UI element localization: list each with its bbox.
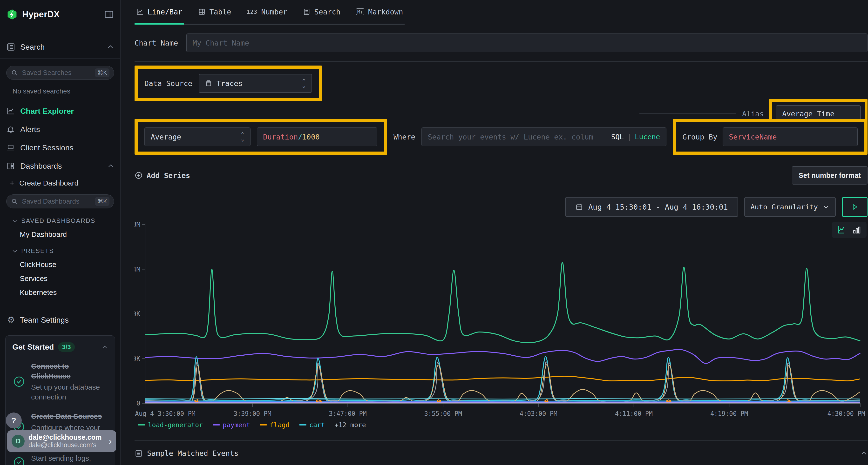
plus-circle-icon: [134, 171, 143, 179]
tab-line-bar[interactable]: Line/Bar: [136, 0, 183, 24]
set-number-format-button[interactable]: Set number format: [792, 166, 868, 185]
saved-dashboards-group[interactable]: SAVED DASHBOARDS: [11, 217, 114, 225]
field-expression-input[interactable]: Duration/1000: [257, 128, 377, 146]
chart-type-tabs: Line/Bar Table 123 Number Search: [134, 0, 405, 25]
sidebar-item-alerts[interactable]: Alerts: [6, 121, 114, 138]
svg-text:1.4M: 1.4M: [134, 266, 140, 273]
sample-events-title: Sample Matched Events: [147, 449, 239, 458]
where-input[interactable]: [428, 133, 593, 141]
svg-text:900K: 900K: [134, 310, 141, 318]
legend-more-link[interactable]: +12 more: [335, 421, 366, 429]
number-123-icon: 123: [247, 9, 257, 15]
team-settings-label: Team Settings: [20, 315, 69, 325]
svg-text:3:55:00 PM: 3:55:00 PM: [424, 410, 462, 417]
aggregation-highlight: Average ⌃⌃ Duration/1000: [134, 119, 387, 155]
sidebar-item-chart-explorer[interactable]: Chart Explorer: [6, 102, 114, 120]
create-dashboard-button[interactable]: Create Dashboard: [9, 179, 114, 187]
legend-item[interactable]: payment: [213, 421, 250, 429]
create-dashboard-label: Create Dashboard: [19, 179, 79, 187]
user-email: dale@clickhouse.com: [28, 433, 105, 441]
collapse-sidebar-icon[interactable]: [104, 9, 114, 20]
laptop-icon: [6, 143, 15, 152]
sidebar-item-label: Alerts: [20, 125, 40, 134]
avatar: D: [11, 435, 25, 447]
date-range-picker[interactable]: Aug 4 15:30:01 - Aug 4 16:30:01: [565, 197, 738, 217]
chevron-down-icon: [823, 204, 830, 210]
chevron-up-icon[interactable]: [107, 43, 114, 51]
legend-item[interactable]: load-generator: [138, 421, 203, 429]
chart-name-field[interactable]: [186, 33, 868, 52]
aggregation-select[interactable]: Average ⌃⌃: [145, 128, 250, 146]
legend-item[interactable]: cart: [299, 421, 325, 429]
lucene-toggle[interactable]: Lucene: [635, 133, 660, 141]
chart-name-input[interactable]: [193, 39, 861, 47]
table-icon: [198, 8, 206, 16]
no-saved-searches-text: No saved searches: [12, 88, 114, 95]
svg-text:4:19:00 PM: 4:19:00 PM: [710, 410, 748, 417]
add-series-button[interactable]: Add Series: [134, 171, 190, 180]
chart-display-toggle: [832, 222, 867, 238]
chevron-down-icon: [11, 248, 18, 254]
team-settings-button[interactable]: ⚙ Team Settings: [7, 315, 114, 325]
timeseries-chart[interactable]: 0450K900K1.4M1.8MAug 4 3:30:00 PM3:39:00…: [134, 220, 868, 430]
help-button[interactable]: ?: [6, 412, 22, 428]
svg-text:4:30:00 PM: 4:30:00 PM: [827, 410, 865, 417]
sidebar-item-label: Dashboards: [20, 162, 62, 171]
group-by-highlight: Group By ServiceName: [673, 119, 868, 155]
presets-group[interactable]: PRESETS: [11, 247, 114, 255]
group-by-field[interactable]: ServiceName: [723, 128, 858, 146]
svg-text:4:03:00 PM: 4:03:00 PM: [520, 410, 557, 417]
gear-icon: ⚙: [7, 315, 15, 325]
legend-item[interactable]: flagd: [260, 421, 289, 429]
where-label: Where: [394, 133, 415, 141]
tab-number[interactable]: 123 Number: [247, 0, 287, 24]
check-circle-icon: [12, 361, 26, 402]
chevron-up-icon[interactable]: [107, 163, 114, 169]
sidebar-item-my-dashboard[interactable]: My Dashboard: [20, 230, 114, 238]
saved-dashboards-input[interactable]: Saved Dashboards ⌘K: [6, 194, 114, 208]
svg-text:3:39:00 PM: 3:39:00 PM: [234, 410, 272, 417]
sidebar-item-dashboards[interactable]: Dashboards: [6, 157, 114, 175]
tab-markdown[interactable]: M↓ Markdown: [356, 0, 403, 24]
collapse-section-icon[interactable]: [860, 450, 868, 457]
chart-legend: load-generatorpaymentflagdcart+12 more: [134, 421, 868, 429]
sidebar-item-services[interactable]: Services: [20, 274, 114, 283]
sidebar-item-clickhouse[interactable]: ClickHouse: [20, 261, 114, 269]
search-section-icon: [6, 42, 16, 52]
svg-text:0: 0: [136, 399, 140, 407]
saved-dashboards-placeholder: Saved Dashboards: [22, 198, 91, 205]
data-source-value: Traces: [217, 79, 243, 88]
data-source-label: Data Source: [145, 79, 192, 88]
user-menu[interactable]: D dale@clickhouse.com dale@clickhouse.co…: [7, 430, 116, 452]
alias-divider: [640, 113, 736, 114]
granularity-select[interactable]: Auto Granularity: [744, 197, 836, 217]
svg-text:1.8M: 1.8M: [134, 221, 140, 228]
chart-canvas[interactable]: 0450K900K1.4M1.8MAug 4 3:30:00 PM3:39:00…: [134, 220, 868, 421]
sidebar-item-kubernetes[interactable]: Kubernetes: [20, 289, 114, 297]
saved-searches-input[interactable]: Saved Searches ⌘K: [6, 66, 114, 80]
line-view-icon[interactable]: [837, 225, 846, 235]
get-started-title: Get Started: [12, 343, 54, 352]
chevron-up-icon[interactable]: [101, 344, 108, 351]
check-circle-icon: [12, 452, 26, 465]
sidebar-item-client-sessions[interactable]: Client Sessions: [6, 139, 114, 156]
date-range-value: Aug 4 15:30:01 - Aug 4 16:30:01: [588, 203, 728, 211]
alias-input[interactable]: [782, 110, 855, 118]
sql-toggle[interactable]: SQL: [611, 133, 624, 141]
data-source-select[interactable]: Traces ⌃⌃: [199, 74, 312, 93]
plus-icon: [9, 180, 16, 187]
group-by-label: Group By: [683, 133, 717, 141]
calendar-icon: [575, 203, 583, 211]
sidebar-section-search[interactable]: Search: [6, 42, 114, 52]
svg-text:Aug 4 3:30:00 PM: Aug 4 3:30:00 PM: [135, 410, 195, 417]
select-chevrons-icon: ⌃⌃: [241, 132, 244, 141]
tab-search[interactable]: Search: [303, 0, 340, 24]
tab-table[interactable]: Table: [198, 0, 231, 24]
dashboards-icon: [6, 162, 15, 170]
get-started-item[interactable]: Connect to ClickHouse Set up your databa…: [12, 361, 108, 402]
svg-text:450K: 450K: [134, 355, 141, 362]
run-query-button[interactable]: [842, 197, 868, 217]
bar-view-icon[interactable]: [852, 225, 862, 235]
search-list-icon: [303, 8, 311, 16]
get-started-item[interactable]: Start sending logs, metrics, or traces: [12, 452, 108, 465]
